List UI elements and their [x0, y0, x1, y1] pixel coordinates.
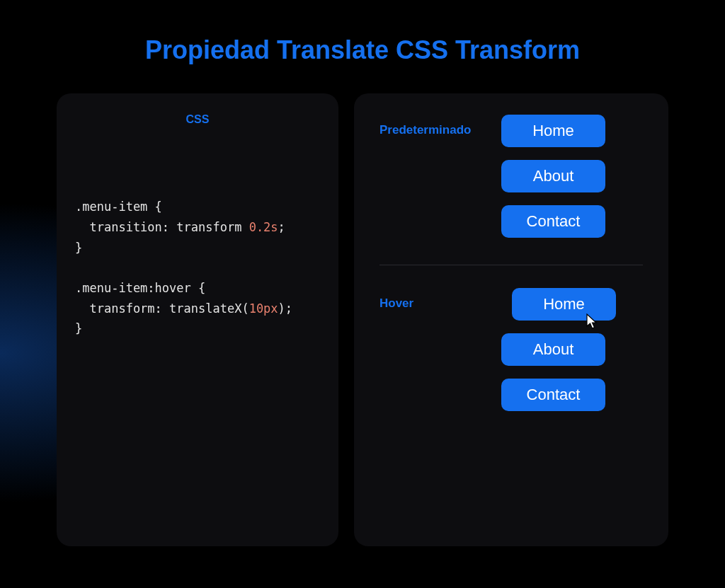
- menu-button-home-hover[interactable]: Home: [512, 288, 616, 321]
- code-line: }: [75, 238, 320, 258]
- hover-demo-section: Hover Home About Contact: [379, 288, 643, 434]
- menu-button-about-hover[interactable]: About: [501, 333, 605, 366]
- default-demo-section: Predeterminado Home About Contact: [379, 115, 643, 260]
- menu-button-contact[interactable]: Contact: [501, 205, 605, 238]
- hover-buttons-column: Home About Contact: [501, 288, 643, 411]
- default-buttons-column: Home About Contact: [501, 115, 643, 238]
- demo-panel: Predeterminado Home About Contact Hover …: [354, 93, 668, 546]
- code-line: .menu-item {: [75, 197, 320, 217]
- section-divider: [379, 265, 643, 265]
- code-line: }: [75, 318, 320, 339]
- css-code-block: .menu-item { transition: transform 0.2s;…: [75, 197, 320, 339]
- css-code-panel: CSS .menu-item { transition: transform 0…: [57, 93, 338, 546]
- panels-container: CSS .menu-item { transition: transform 0…: [0, 93, 725, 546]
- menu-button-about[interactable]: About: [501, 160, 605, 192]
- default-section-label: Predeterminado: [379, 115, 489, 137]
- hover-section-label: Hover: [379, 288, 489, 311]
- page-title: Propiedad Translate CSS Transform: [0, 0, 725, 93]
- css-panel-label: CSS: [75, 113, 320, 126]
- menu-button-home[interactable]: Home: [501, 115, 605, 147]
- code-line: transition: transform 0.2s;: [75, 217, 320, 238]
- code-line: transform: translateX(10px);: [75, 299, 320, 319]
- code-line: .menu-item:hover {: [75, 278, 320, 299]
- cursor-pointer-icon: [586, 313, 599, 330]
- menu-button-contact-hover[interactable]: Contact: [501, 379, 605, 411]
